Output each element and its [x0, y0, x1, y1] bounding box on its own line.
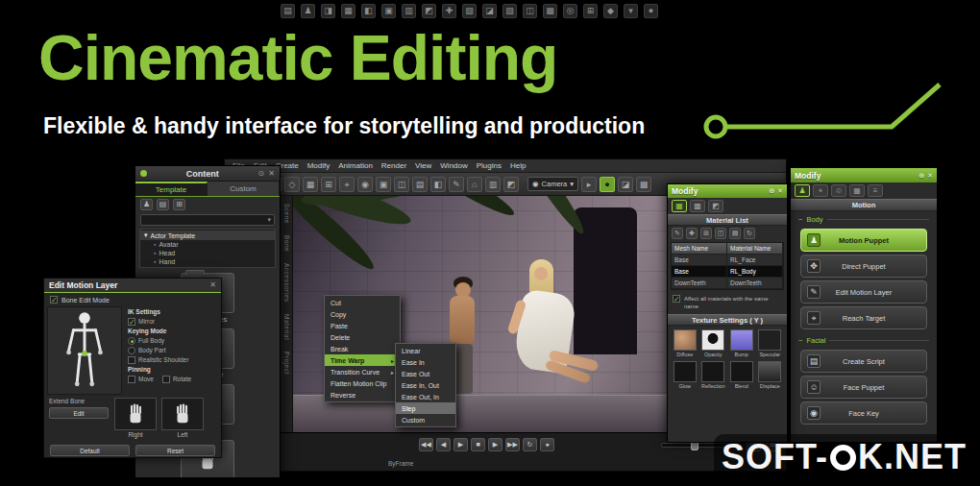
- home-icon[interactable]: ⌂: [467, 177, 482, 192]
- toolbar-icon[interactable]: ◧: [361, 4, 376, 18]
- texture-slot-specular[interactable]: Specular: [757, 329, 784, 357]
- menu-item-modify[interactable]: Modify: [307, 161, 331, 170]
- list-icon[interactable]: ▤: [729, 228, 741, 239]
- toolbar-icon[interactable]: ●: [644, 4, 658, 18]
- default-button[interactable]: Default: [50, 445, 130, 456]
- close-icon[interactable]: ✕: [268, 170, 275, 178]
- scale-tool-icon[interactable]: ◇: [284, 177, 300, 192]
- minimize-icon[interactable]: ⊖: [919, 172, 924, 180]
- byframe-label[interactable]: ByFrame: [388, 460, 413, 467]
- toolbar-icon[interactable]: ▩: [636, 177, 651, 192]
- tree-node-head[interactable]: ▪ Head: [140, 249, 275, 257]
- toolbar-icon[interactable]: ◪: [482, 4, 497, 18]
- texture-slot-reflection[interactable]: Reflection: [700, 361, 727, 389]
- context-menu-item-delete[interactable]: Delete: [325, 331, 400, 343]
- loop-button[interactable]: ↻: [523, 438, 537, 451]
- toolbar-icon[interactable]: ▸: [581, 177, 597, 192]
- tree-node-hand[interactable]: ▪ Hand: [140, 257, 275, 266]
- texture-slot-diffuse[interactable]: Diffuse: [672, 329, 698, 357]
- submenu-item-custom[interactable]: Custom: [396, 414, 455, 425]
- dock-tab-material[interactable]: Material: [283, 314, 290, 340]
- menu-item-window[interactable]: Window: [440, 161, 467, 170]
- edit-motion-layer-button[interactable]: ✎ Edit Motion Layer: [800, 280, 927, 304]
- create-script-button[interactable]: ▤ Create Script: [800, 350, 927, 373]
- left-hand-selector[interactable]: Left: [161, 398, 204, 442]
- menu-item-help[interactable]: Help: [510, 161, 526, 170]
- full-body-radio[interactable]: Full Body: [128, 336, 215, 346]
- table-row-selected[interactable]: Base RL_Body: [672, 266, 783, 278]
- menu-item-animation[interactable]: Animation: [338, 161, 373, 170]
- submenu-item-ease-out[interactable]: Ease Out: [396, 368, 455, 379]
- toolbar-icon[interactable]: ▤: [281, 4, 295, 18]
- tab-face-icon[interactable]: ☺: [831, 184, 846, 197]
- play-button[interactable]: ▶: [453, 438, 468, 451]
- add-icon[interactable]: ✚: [442, 4, 456, 18]
- add-icon[interactable]: ✚: [686, 228, 698, 239]
- close-icon[interactable]: ✕: [927, 172, 933, 180]
- toolbar-icon[interactable]: ▨: [502, 4, 517, 18]
- texture-slot-opacity[interactable]: Opacity: [700, 329, 727, 357]
- toolbar-icon[interactable]: ▦: [341, 4, 355, 18]
- texture-slot-blend[interactable]: Blend: [728, 361, 755, 389]
- reset-button[interactable]: Reset: [135, 445, 215, 456]
- texture-slot-bump[interactable]: Bump: [728, 329, 755, 357]
- refresh-icon[interactable]: ↻: [744, 228, 755, 239]
- pin-rotate-option[interactable]: Rotate: [173, 375, 191, 384]
- texture-slot-displace[interactable]: Displace: [757, 361, 784, 389]
- toolbar-icon[interactable]: ◧: [430, 177, 446, 192]
- submenu-item-step[interactable]: Step: [396, 402, 455, 414]
- tab-material-icon[interactable]: ▦: [672, 200, 687, 212]
- context-menu-item-transition-curve[interactable]: Transition Curve ▸: [325, 366, 400, 377]
- toolbar-icon[interactable]: ▣: [376, 177, 391, 192]
- close-icon[interactable]: ✕: [777, 187, 783, 195]
- tree-node-avatar[interactable]: ▪ Avatar: [140, 240, 275, 249]
- edit-icon[interactable]: ✎: [672, 228, 683, 239]
- toolbar-icon[interactable]: ◎: [563, 4, 577, 18]
- toolbar-icon[interactable]: ◆: [603, 4, 618, 18]
- face-puppet-button[interactable]: ☺ Face Puppet: [800, 376, 927, 399]
- toolbar-icon[interactable]: ▩: [543, 4, 557, 18]
- toolbar-icon[interactable]: ◉: [357, 177, 373, 192]
- affect-all-checkbox[interactable]: ✓ Affect all materials with the same nam…: [668, 291, 787, 314]
- last-frame-button[interactable]: ▶▶: [505, 438, 520, 451]
- submenu-item-ease-in-out[interactable]: Ease In, Out: [396, 379, 455, 391]
- tab-material-icon[interactable]: ▦: [849, 184, 865, 197]
- checkbox-icon[interactable]: [162, 376, 170, 383]
- first-frame-button[interactable]: ◀◀: [419, 438, 433, 451]
- female-character[interactable]: [512, 259, 604, 413]
- grid-icon[interactable]: ⊞: [583, 4, 598, 18]
- tab-template[interactable]: Template: [135, 182, 208, 196]
- stop-button[interactable]: ■: [471, 438, 485, 451]
- texture-slot-glow[interactable]: Glow: [672, 361, 698, 389]
- close-icon[interactable]: ✕: [209, 281, 216, 289]
- dock-tab-accessories[interactable]: Accessories: [283, 263, 290, 303]
- toolbar-icon[interactable]: ◪: [618, 177, 633, 192]
- bone-edit-mode-toggle[interactable]: ✓ Bone Edit Mode: [44, 293, 221, 306]
- menu-item-render[interactable]: Render: [381, 161, 406, 170]
- context-menu-item-time-warp[interactable]: Time Warp ▸: [325, 354, 400, 366]
- context-menu-item-flatten-motion-clip[interactable]: Flatten Motion Clip: [325, 377, 400, 389]
- dock-tab-scene[interactable]: Scene: [283, 204, 290, 224]
- submenu-item-ease-in[interactable]: Ease In: [396, 356, 455, 368]
- minimize-icon[interactable]: ⊖: [769, 187, 774, 195]
- toolbar-icon[interactable]: ◩: [503, 177, 519, 192]
- content-filter-dropdown[interactable]: ▾: [140, 214, 275, 226]
- menu-item-plugins[interactable]: Plugins: [477, 161, 502, 170]
- toolbar-icon[interactable]: ▧: [462, 4, 477, 18]
- mirror-checkbox[interactable]: ✓ Mirror: [128, 317, 215, 327]
- next-frame-button[interactable]: ▶: [488, 438, 502, 451]
- tab-actor-icon[interactable]: ♟: [795, 184, 810, 197]
- target-icon[interactable]: ⌖: [339, 177, 355, 192]
- tab-custom[interactable]: Custom: [208, 182, 280, 196]
- context-menu-item-copy[interactable]: Copy: [325, 308, 400, 320]
- record-button[interactable]: ●: [540, 438, 554, 451]
- toolbar-icon[interactable]: ⊞: [321, 177, 336, 192]
- body-bone-selector[interactable]: [47, 306, 122, 395]
- body-group-label[interactable]: − Body: [791, 211, 937, 226]
- motion-puppet-button[interactable]: ♟ Motion Puppet: [800, 229, 927, 252]
- toolbar-icon[interactable]: ▥: [402, 4, 416, 18]
- submenu-item-linear[interactable]: Linear: [396, 345, 455, 356]
- avatar-icon[interactable]: ♟: [301, 4, 315, 18]
- realistic-shoulder-checkbox[interactable]: Realistic Shoulder: [128, 355, 215, 365]
- toolbar-icon[interactable]: ◩: [422, 4, 436, 18]
